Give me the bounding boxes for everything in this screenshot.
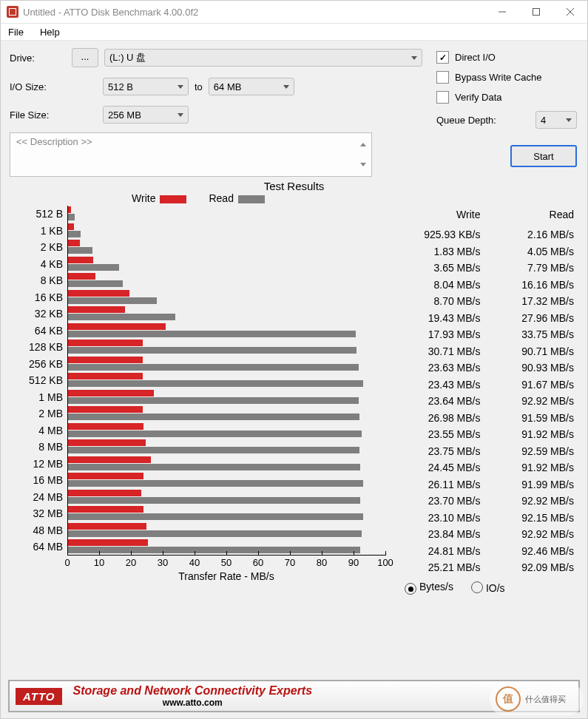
chart-row: 4 MB [10, 422, 385, 439]
y-category-label: 8 KB [10, 274, 67, 286]
y-category-label: 256 KB [10, 358, 67, 370]
read-value: 92.92 MB/s [487, 526, 579, 543]
description-input[interactable]: << Description >> [10, 132, 372, 177]
write-value: 8.70 MB/s [393, 293, 487, 310]
read-bar [68, 380, 363, 387]
y-category-label: 512 B [10, 208, 67, 220]
write-value: 30.71 MB/s [393, 343, 487, 360]
read-bar [68, 497, 360, 504]
value-row: 3.65 MB/s7.79 MB/s [393, 260, 578, 277]
value-row: 925.93 KB/s2.16 MB/s [393, 226, 578, 243]
read-bar [68, 331, 356, 337]
read-value: 27.96 MB/s [487, 310, 579, 327]
description-spin-down[interactable] [356, 155, 370, 175]
close-button[interactable] [553, 1, 587, 23]
chart-row: 12 MB [10, 456, 385, 473]
value-row: 23.55 MB/s91.92 MB/s [393, 426, 578, 443]
verify-data-checkbox[interactable] [436, 91, 449, 104]
chart-row: 16 MB [10, 472, 385, 489]
read-value: 92.92 MB/s [487, 493, 579, 510]
y-category-label: 4 MB [10, 425, 67, 436]
queue-depth-select[interactable]: 4 [535, 111, 577, 129]
x-tick-label: 100 [377, 557, 393, 568]
x-tick-label: 10 [94, 557, 104, 568]
bar-pair [67, 439, 385, 456]
minimize-button[interactable] [485, 1, 519, 23]
read-bar [68, 297, 157, 304]
description-spin-up[interactable] [356, 135, 370, 155]
write-bar [68, 473, 143, 479]
start-button-label: Start [533, 151, 553, 162]
chart-row: 256 KB [10, 356, 385, 373]
chevron-down-icon [411, 56, 417, 60]
read-bar [68, 447, 359, 453]
start-button[interactable]: Start [510, 145, 577, 167]
drive-label: Drive: [10, 53, 72, 64]
write-value: 23.64 MB/s [393, 393, 487, 410]
x-tick [385, 551, 386, 556]
unit-bytes-option[interactable]: Bytes/s [405, 581, 453, 595]
results-title: Test Results [10, 180, 578, 192]
read-bar [68, 347, 356, 354]
x-tick [354, 551, 354, 556]
y-category-label: 512 KB [10, 374, 67, 386]
y-category-label: 32 KB [10, 308, 67, 320]
write-value: 26.98 MB/s [393, 410, 487, 427]
read-bar [68, 480, 363, 487]
write-bar [68, 506, 143, 513]
chart-row: 512 KB [10, 372, 385, 389]
bar-pair [67, 256, 385, 273]
maximize-button[interactable] [519, 1, 553, 23]
x-tick [290, 551, 291, 556]
drive-browse-button[interactable]: ... [72, 48, 98, 67]
read-bar [68, 397, 359, 404]
read-value: 92.46 MB/s [487, 543, 579, 560]
bypass-write-cache-checkbox[interactable] [436, 71, 449, 84]
write-bar [68, 523, 146, 530]
write-bar [68, 206, 71, 213]
chart-row: 2 KB [10, 239, 385, 256]
x-tick-label: 40 [189, 557, 200, 568]
x-tick [258, 551, 259, 556]
x-tick [163, 551, 163, 556]
write-value: 23.70 MB/s [393, 493, 487, 510]
values-header-write: Write [393, 209, 487, 220]
bar-pair [67, 456, 385, 473]
read-value: 16.16 MB/s [487, 277, 579, 294]
value-row: 24.81 MB/s92.46 MB/s [393, 543, 578, 560]
read-swatch-icon [238, 195, 265, 203]
drive-select[interactable]: (L:) U 盘 [104, 49, 422, 67]
chart-row: 48 MB [10, 522, 385, 539]
value-row: 23.75 MB/s92.59 MB/s [393, 443, 578, 460]
bar-pair [67, 339, 385, 356]
write-value: 8.04 MB/s [393, 277, 487, 294]
y-category-label: 64 KB [10, 325, 67, 337]
menu-help[interactable]: Help [37, 25, 63, 39]
write-bar [68, 373, 143, 379]
file-size-select[interactable]: 256 MB [103, 106, 189, 124]
read-bar [68, 530, 362, 537]
write-bar [68, 423, 143, 430]
chart-row: 64 KB [10, 323, 385, 340]
menu-file[interactable]: File [5, 25, 27, 39]
x-tick-label: 90 [348, 557, 359, 568]
values-zone: Write Read 925.93 KB/s2.16 MB/s1.83 MB/s… [393, 206, 578, 595]
value-row: 24.45 MB/s91.92 MB/s [393, 459, 578, 476]
chart-row: 8 KB [10, 272, 385, 289]
value-row: 26.98 MB/s91.59 MB/s [393, 410, 578, 427]
y-category-label: 32 MB [10, 507, 67, 519]
bar-pair [67, 239, 385, 256]
bar-pair [67, 422, 385, 439]
chart-row: 32 MB [10, 505, 385, 522]
value-row: 23.63 MB/s90.93 MB/s [393, 360, 578, 377]
io-size-from-select[interactable]: 512 B [103, 78, 189, 95]
unit-ios-option[interactable]: IO/s [471, 581, 505, 594]
transfer-rate-chart: 512 B1 KB2 KB4 KB8 KB16 KB32 KB64 KB128 … [10, 206, 393, 568]
io-size-to-select[interactable]: 64 MB [209, 78, 294, 95]
chart-row: 24 MB [10, 489, 385, 506]
write-bar [68, 306, 125, 313]
direct-io-checkbox[interactable] [436, 51, 449, 64]
y-category-label: 2 MB [10, 408, 67, 419]
x-tick-label: 60 [253, 557, 263, 568]
x-tick-label: 20 [126, 557, 136, 568]
